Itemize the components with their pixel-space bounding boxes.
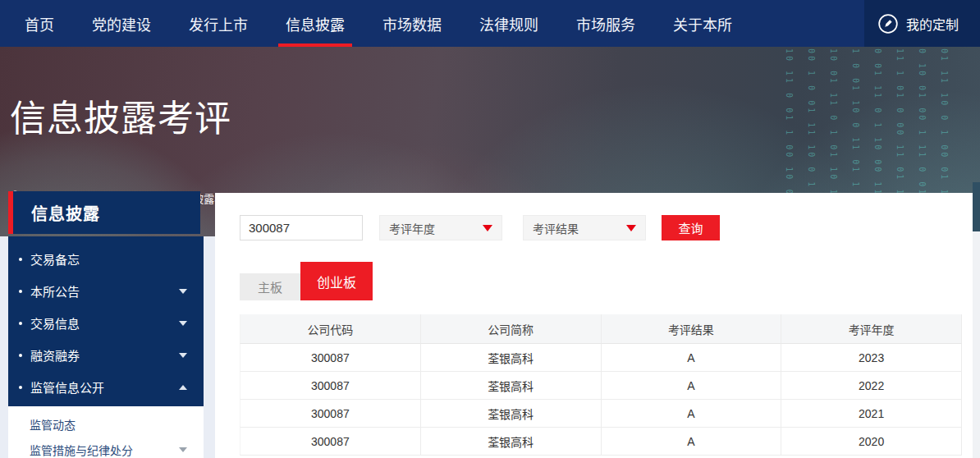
nav-item-label: 发行上市: [189, 13, 248, 34]
tab-main-board[interactable]: 主板: [240, 273, 300, 300]
table-cell: 2023: [781, 344, 962, 372]
column-header: 公司代码: [240, 314, 421, 344]
nav-item-market-services[interactable]: 市场服务: [576, 0, 635, 47]
board-tabs: 主板 创业板: [240, 262, 962, 300]
nav-item-label: 党的建设: [92, 13, 151, 34]
dropdown-label: 考评年度: [389, 220, 483, 236]
table-row: 300087 荃银高科 A 2023: [240, 344, 962, 372]
sidebar-header: 信息披露: [8, 191, 200, 234]
submenu-item-label: 监管措施与纪律处分: [30, 442, 179, 458]
sidebar-item-label: 交易信息: [30, 314, 179, 332]
my-customization-button[interactable]: 我的定制: [864, 0, 980, 47]
table-cell: A: [602, 400, 782, 428]
column-header: 考评年度: [781, 314, 962, 344]
query-button[interactable]: 查询: [662, 215, 720, 240]
nav-item-label: 信息披露: [286, 13, 345, 34]
pencil-circle-icon: [877, 13, 899, 34]
dropdown-label: 考评结果: [533, 220, 626, 236]
nav-item-label: 关于本所: [673, 13, 732, 34]
column-header: 公司简称: [421, 314, 602, 344]
table-cell: A: [602, 372, 782, 400]
bullet-icon: [19, 322, 22, 325]
main-panel: 考评年度 考评结果 查询 主板 创业板 公司代码 公司简称 考评结果 考评年: [215, 193, 973, 458]
sidebar-item-margin-trading[interactable]: 融资融券: [8, 339, 204, 371]
table-cell: 2022: [781, 372, 962, 400]
table-row: 300087 荃银高科 A 2022: [240, 372, 962, 400]
table-cell: 2021: [781, 400, 962, 428]
evaluation-table: 公司代码 公司简称 考评结果 考评年度 300087 荃银高科 A 2023 3…: [240, 314, 962, 456]
nav-item-party-building[interactable]: 党的建设: [92, 0, 151, 47]
sidebar-item-label: 监管信息公开: [30, 378, 179, 396]
page: 首页 党的建设 发行上市 信息披露 市场数据 法律规则 市场服务 关于本所 我的…: [0, 0, 980, 458]
table-cell: 2020: [781, 428, 962, 456]
table-cell: 300087: [240, 400, 421, 428]
scrollbar-track[interactable]: [973, 190, 980, 458]
bullet-icon: [19, 354, 22, 357]
chevron-down-icon: [179, 289, 187, 294]
sidebar-item-label: 本所公告: [30, 282, 179, 300]
nav-item-home[interactable]: 首页: [25, 0, 54, 47]
nav-item-listing[interactable]: 发行上市: [189, 0, 248, 47]
submenu-item-regulatory-measures[interactable]: 监管措施与纪律处分: [8, 437, 204, 458]
bullet-icon: [19, 386, 22, 389]
evaluation-result-dropdown[interactable]: 考评结果: [523, 215, 646, 240]
dropdown-arrow-icon: [483, 225, 492, 231]
nav-item-label: 法律规则: [479, 13, 538, 34]
sidebar-submenu: 监管动态 监管措施与纪律处分: [8, 406, 204, 458]
chevron-down-icon: [179, 447, 187, 452]
my-customization-label: 我的定制: [906, 14, 959, 34]
stock-code-input[interactable]: [240, 215, 363, 240]
search-bar: 考评年度 考评结果 查询: [240, 215, 962, 240]
page-title: 信息披露考评: [10, 89, 231, 142]
sidebar-item-label: 交易备忘: [30, 250, 187, 268]
table-header-row: 公司代码 公司简称 考评结果 考评年度: [240, 314, 962, 344]
nav-item-disclosure[interactable]: 信息披露: [286, 0, 345, 47]
column-header: 考评结果: [602, 314, 782, 344]
top-nav: 首页 党的建设 发行上市 信息披露 市场数据 法律规则 市场服务 关于本所 我的…: [0, 0, 980, 47]
dropdown-arrow-icon: [626, 225, 636, 231]
nav-item-label: 首页: [25, 13, 54, 34]
submenu-item-regulatory-dynamics[interactable]: 监管动态: [8, 411, 204, 437]
chevron-down-icon: [179, 353, 187, 358]
table-row: 300087 荃银高科 A 2021: [240, 400, 962, 428]
table-cell: 300087: [240, 428, 421, 456]
table-cell: 300087: [240, 344, 421, 372]
table-cell: 300087: [240, 372, 421, 400]
sidebar-item-trading-info[interactable]: 交易信息: [8, 307, 204, 339]
evaluation-year-dropdown[interactable]: 考评年度: [379, 215, 502, 240]
nav-item-about[interactable]: 关于本所: [673, 0, 732, 47]
nav-items: 首页 党的建设 发行上市 信息披露 市场数据 法律规则 市场服务 关于本所: [0, 0, 770, 47]
scrollbar-thumb[interactable]: [973, 182, 980, 231]
submenu-item-label: 监管动态: [30, 416, 187, 433]
sidebar-item-label: 融资融券: [30, 346, 179, 364]
sidebar-item-trading-memo[interactable]: 交易备忘: [8, 243, 204, 275]
sidebar-menu: 交易备忘 本所公告 交易信息 融资融券: [8, 236, 204, 406]
nav-item-rules[interactable]: 法律规则: [479, 0, 538, 47]
bullet-icon: [19, 290, 22, 293]
nav-item-label: 市场数据: [382, 13, 442, 34]
table-cell: 荃银高科: [421, 372, 602, 400]
table-cell: 荃银高科: [421, 400, 602, 428]
table-cell: A: [602, 344, 782, 372]
nav-item-market-data[interactable]: 市场数据: [382, 0, 442, 47]
chevron-down-icon: [179, 321, 187, 326]
sidebar-item-regulatory-disclosure[interactable]: 监管信息公开: [8, 371, 204, 403]
table-cell: 荃银高科: [421, 428, 602, 456]
content: 信息披露 交易备忘 本所公告 交易信息: [0, 191, 980, 458]
red-accent-bar: [8, 191, 13, 234]
tab-chinext[interactable]: 创业板: [300, 262, 373, 300]
active-tab-underline: [278, 44, 352, 47]
sidebar-item-exchange-announcements[interactable]: 本所公告: [8, 275, 204, 307]
table-body: 300087 荃银高科 A 2023 300087 荃银高科 A 2022 30…: [240, 344, 962, 456]
sidebar-title: 信息披露: [31, 201, 100, 225]
chevron-up-icon: [179, 385, 187, 390]
bullet-icon: [19, 258, 22, 261]
table-cell: A: [602, 428, 782, 456]
table-cell: 荃银高科: [421, 344, 602, 372]
nav-item-label: 市场服务: [576, 13, 635, 34]
table-row: 300087 荃银高科 A 2020: [240, 428, 962, 456]
sidebar: 信息披露 交易备忘 本所公告 交易信息: [0, 191, 215, 458]
